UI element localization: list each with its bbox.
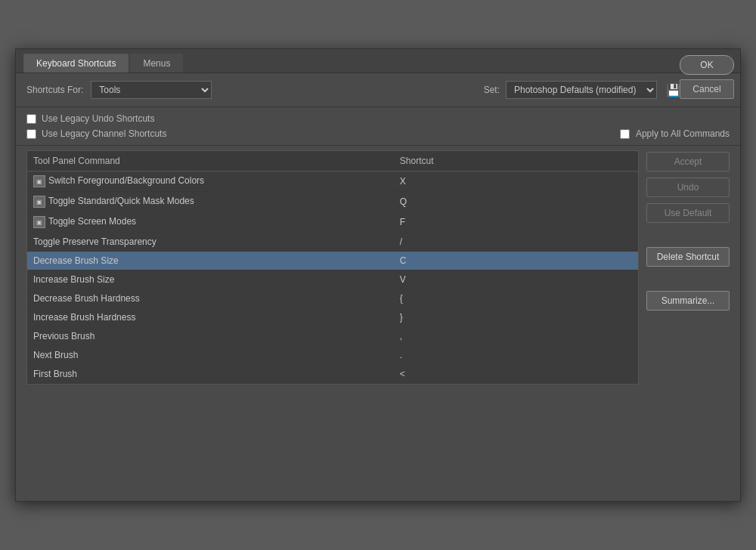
legacy-undo-checkbox[interactable]: [26, 114, 36, 124]
tab-keyboard-shortcuts[interactable]: Keyboard Shortcuts: [23, 54, 129, 73]
command-cell: Toggle Preserve Transparency: [27, 233, 394, 252]
shortcuts-for-dropdown[interactable]: Tools Application Menus Panel Menus Task…: [91, 81, 212, 99]
tabs-bar: Keyboard Shortcuts Menus: [16, 49, 740, 73]
command-cell: Decrease Brush Size: [27, 252, 394, 270]
table-row[interactable]: Toggle Preserve Transparency/: [27, 233, 638, 252]
set-label: Set:: [484, 85, 500, 95]
table-row[interactable]: Decrease Brush SizeC: [27, 252, 638, 270]
ok-button[interactable]: OK: [680, 55, 734, 75]
table-row[interactable]: Previous Brush,: [27, 327, 638, 346]
table-row[interactable]: Decrease Brush Hardness{: [27, 289, 638, 308]
use-default-button: Use Default: [646, 203, 730, 223]
apply-to-all-row: Apply to All Commands: [620, 128, 730, 139]
legacy-channel-checkbox[interactable]: [26, 129, 36, 139]
command-icon: ▣: [33, 175, 45, 187]
shortcut-cell: }: [394, 308, 638, 327]
table-body: ▣Switch Foreground/Background ColorsX▣To…: [27, 171, 638, 384]
command-cell: Increase Brush Size: [27, 270, 394, 289]
shortcut-cell: /: [394, 233, 638, 252]
shortcut-cell: F: [394, 212, 638, 233]
keyboard-shortcuts-dialog: Keyboard Shortcuts Menus Shortcuts For: …: [15, 48, 741, 502]
col-command-header: Tool Panel Command: [27, 151, 394, 171]
apply-to-all-label: Apply to All Commands: [636, 128, 730, 139]
command-cell: Decrease Brush Hardness: [27, 289, 394, 308]
shortcut-cell: X: [394, 171, 638, 192]
legacy-undo-checkbox-row: Use Legacy Undo Shortcuts: [26, 113, 730, 124]
legacy-undo-label: Use Legacy Undo Shortcuts: [42, 113, 154, 124]
apply-to-all-checkbox[interactable]: [620, 129, 630, 139]
shortcuts-for-row: Shortcuts For: Tools Application Menus P…: [16, 73, 740, 107]
table-row[interactable]: Next Brush.: [27, 346, 638, 365]
shortcut-cell: <: [394, 365, 638, 384]
shortcut-cell: C: [394, 252, 638, 270]
command-icon: ▣: [33, 216, 45, 228]
shortcuts-for-label: Shortcuts For:: [26, 85, 83, 95]
command-cell: Next Brush: [27, 346, 394, 365]
legacy-channel-label: Use Legacy Channel Shortcuts: [42, 128, 166, 139]
table-row[interactable]: ▣Switch Foreground/Background ColorsX: [27, 171, 638, 192]
table-area: Tool Panel Command Shortcut ▣Switch Fore…: [16, 146, 740, 501]
shortcut-cell: {: [394, 289, 638, 308]
legacy-channel-checkbox-row: Use Legacy Channel Shortcuts: [26, 128, 166, 139]
command-cell: ▣Toggle Screen Modes: [27, 212, 394, 233]
cancel-button[interactable]: Cancel: [680, 79, 734, 99]
table-row[interactable]: Increase Brush SizeV: [27, 270, 638, 289]
table-header: Tool Panel Command Shortcut: [27, 151, 638, 171]
command-cell: Increase Brush Hardness: [27, 308, 394, 327]
accept-button: Accept: [646, 152, 730, 171]
command-cell: ▣Toggle Standard/Quick Mask Modes: [27, 192, 394, 212]
shortcut-cell: .: [394, 346, 638, 365]
shortcut-cell: Q: [394, 192, 638, 212]
summarize-button[interactable]: Summarize...: [646, 291, 730, 311]
table-scroll-area[interactable]: Tool Panel Command Shortcut ▣Switch Fore…: [26, 150, 639, 385]
shortcut-cell: V: [394, 270, 638, 289]
dialog-main: Keyboard Shortcuts Menus Shortcuts For: …: [16, 49, 740, 501]
set-dropdown[interactable]: Photoshop Defaults (modified) Photoshop …: [506, 81, 657, 99]
table-row[interactable]: ▣Toggle Screen ModesF: [27, 212, 638, 233]
shortcut-table: Tool Panel Command Shortcut ▣Switch Fore…: [27, 151, 638, 384]
undo-button: Undo: [646, 178, 730, 197]
command-cell: First Brush: [27, 365, 394, 384]
tab-menus[interactable]: Menus: [130, 54, 183, 73]
table-wrapper: Tool Panel Command Shortcut ▣Switch Fore…: [26, 150, 730, 385]
dialog-action-buttons: OK Cancel: [680, 55, 734, 99]
checkboxes-row: Use Legacy Undo Shortcuts Use Legacy Cha…: [16, 107, 740, 146]
table-row[interactable]: ▣Toggle Standard/Quick Mask ModesQ: [27, 192, 638, 212]
table-row[interactable]: First Brush<: [27, 365, 638, 384]
command-cell: ▣Switch Foreground/Background Colors: [27, 171, 394, 192]
col-shortcut-header: Shortcut: [394, 151, 638, 171]
delete-shortcut-button[interactable]: Delete Shortcut: [646, 247, 730, 267]
right-panel: Accept Undo Use Default Delete Shortcut …: [646, 150, 730, 385]
shortcut-cell: ,: [394, 327, 638, 346]
command-icon: ▣: [33, 196, 45, 208]
command-cell: Previous Brush: [27, 327, 394, 346]
table-row[interactable]: Increase Brush Hardness}: [27, 308, 638, 327]
